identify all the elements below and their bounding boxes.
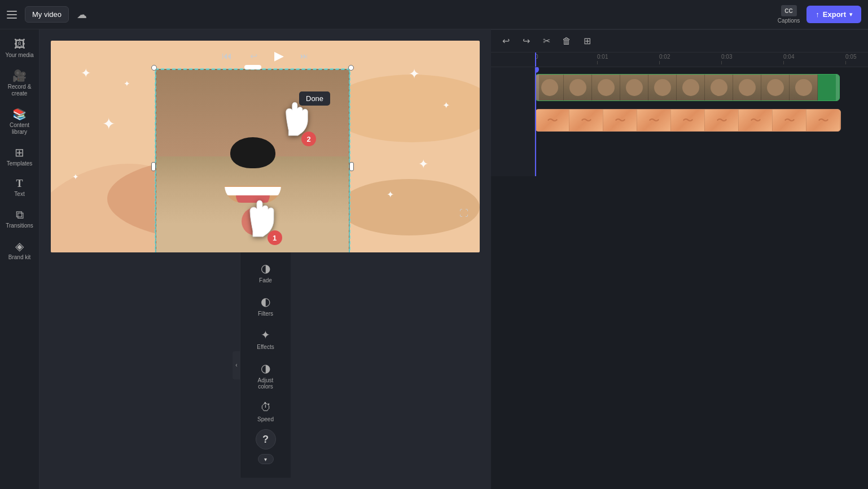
export-chevron-icon: ▾ — [849, 11, 852, 18]
track-frame — [677, 75, 705, 101]
track-frame — [620, 75, 648, 101]
sidebar-item-templates[interactable]: ⊞ Templates — [3, 142, 37, 172]
bg-wave-4 — [339, 179, 480, 235]
play-button[interactable]: ▶ — [272, 46, 286, 66]
timeline-toolbar: ↩ ↪ ✂ 🗑 ⊞ 00:00.00 / 00:05.00 − + ⤢ — [491, 30, 868, 53]
collapse-right-panel-button[interactable]: ‹ — [233, 351, 240, 379]
transitions-icon: ⧉ — [16, 209, 24, 220]
ruler-mark-4: 0:04 — [783, 54, 845, 64]
dog-tongue — [236, 195, 270, 203]
overlay-segment: 〜 — [773, 110, 806, 131]
sidebar-item-content-library[interactable]: 📚 Contentlibrary — [3, 104, 37, 140]
ruler-mark-5: 0:05 — [845, 54, 868, 64]
sidebar-item-text[interactable]: T Text — [3, 174, 37, 202]
overlay-segment: 〜 — [671, 110, 705, 131]
video-canvas-area: 16:9 ✦ ✦ ✦ ✦ ✦ ✦ — [40, 29, 491, 489]
timeline-tracks-label — [491, 67, 535, 176]
video-canvas[interactable]: ✦ ✦ ✦ ✦ ✦ ✦ ✦ ✦ — [51, 41, 480, 252]
export-upload-icon: ↑ — [816, 10, 819, 19]
overlay-track[interactable]: 〜 〜 〜 〜 〜 〜 〜 〜 〜 — [535, 109, 841, 132]
undo-button[interactable]: ↩ — [498, 33, 514, 49]
overlay-segment: 〜 — [705, 110, 739, 131]
speed-icon: ⏱ — [260, 401, 271, 414]
sparkle-icon: ✦ — [442, 100, 450, 111]
effects-icon: ✦ — [261, 328, 270, 342]
timeline-ruler: 0 0:01 0:02 0:03 0:04 — [491, 53, 868, 67]
chevron-down-button[interactable]: ▾ — [258, 454, 274, 464]
fullscreen-button[interactable]: ⛶ — [459, 208, 468, 219]
fade-icon: ◑ — [261, 261, 270, 275]
playhead-line — [535, 67, 536, 176]
left-sidebar: 🖼 Your media 🎥 Record &create 📚 Contentl… — [0, 29, 40, 489]
right-panel-item-speed[interactable]: ⏱ Speed — [244, 396, 287, 427]
help-button[interactable]: ? — [256, 429, 276, 449]
editor-area: 16:9 ✦ ✦ ✦ ✦ ✦ ✦ — [40, 29, 868, 489]
your-media-icon: 🖼 — [14, 38, 25, 50]
captions-icon: CC — [781, 5, 797, 16]
track-frame — [733, 75, 761, 101]
track-frame — [648, 75, 677, 101]
overlay-segment: 〜 — [536, 110, 569, 131]
ruler-mark-2: 0:02 — [659, 54, 721, 64]
track-frame — [536, 75, 564, 101]
right-panel-item-adjust-colors[interactable]: ◑ Adjustcolors — [244, 357, 287, 394]
skip-back-button[interactable]: ⏮ — [218, 47, 236, 65]
dog-teeth — [225, 187, 281, 195]
skip-forward-button[interactable]: ⏭ — [295, 47, 313, 65]
duplicate-button[interactable]: ⊞ — [579, 33, 595, 49]
hamburger-menu-icon[interactable] — [7, 8, 19, 21]
track-frame — [705, 75, 733, 101]
right-panel: ‹ ◑ Fade ◐ Filters ✦ Effects ◑ Adjustcol… — [240, 252, 291, 478]
text-icon: T — [16, 178, 23, 189]
sparkle-icon: ✦ — [102, 115, 115, 133]
overlay-segment: 〜 — [569, 110, 603, 131]
cloud-save-icon[interactable]: ☁ — [74, 6, 89, 23]
redo-button[interactable]: ↪ — [518, 33, 534, 49]
content-library-icon: 📚 — [12, 108, 27, 120]
dog-video-clip[interactable] — [155, 69, 350, 252]
handle-middle-right[interactable] — [349, 162, 354, 171]
topbar: My video ☁ CC Captions ↑ Export ▾ — [0, 0, 868, 29]
sparkle-icon: ✦ — [418, 157, 428, 172]
dog-image — [156, 70, 349, 252]
video-title-button[interactable]: My video — [25, 6, 69, 23]
ruler-mark-0: 0 — [535, 54, 597, 64]
captions-button[interactable]: CC Captions — [778, 5, 800, 24]
overlay-segment: 〜 — [637, 110, 671, 131]
dog-mouth — [225, 186, 281, 203]
center-right: 16:9 ✦ ✦ ✦ ✦ ✦ ✦ — [40, 29, 868, 489]
video-track-row — [535, 72, 868, 103]
timeline-content: 〜 〜 〜 〜 〜 〜 〜 〜 〜 — [491, 67, 868, 176]
overlay-pattern: 〜 〜 〜 〜 〜 〜 〜 〜 〜 — [536, 110, 840, 131]
canvas-wrapper: ✦ ✦ ✦ ✦ ✦ ✦ ✦ ✦ — [51, 41, 480, 252]
overlay-segment: 〜 — [739, 110, 773, 131]
main-area: 🖼 Your media 🎥 Record &create 📚 Contentl… — [0, 29, 868, 489]
right-panel-item-fade[interactable]: ◑ Fade — [244, 257, 287, 288]
sidebar-item-record-create[interactable]: 🎥 Record &create — [3, 66, 37, 102]
adjust-colors-icon: ◑ — [261, 361, 270, 375]
dog-nose — [230, 137, 275, 168]
track-right-handle[interactable] — [836, 75, 839, 101]
right-panel-item-effects[interactable]: ✦ Effects — [244, 324, 287, 355]
track-frame — [592, 75, 620, 101]
timeline-tracks: 〜 〜 〜 〜 〜 〜 〜 〜 〜 — [535, 67, 868, 176]
overlay-segment: 〜 — [603, 110, 637, 131]
export-button[interactable]: ↑ Export ▾ — [806, 6, 861, 23]
sidebar-item-your-media[interactable]: 🖼 Your media — [3, 34, 37, 63]
track-frame — [564, 75, 592, 101]
overlay-track-row: 〜 〜 〜 〜 〜 〜 〜 〜 〜 — [535, 104, 868, 136]
cut-button[interactable]: ✂ — [538, 33, 554, 49]
track-frame — [790, 75, 818, 101]
video-track[interactable] — [535, 74, 840, 101]
sidebar-item-brand-kit[interactable]: ◈ Brand kit — [3, 236, 37, 265]
rewind-button[interactable]: ↩ — [245, 47, 263, 65]
sparkle-icon: ✦ — [124, 79, 130, 88]
filters-icon: ◐ — [261, 295, 270, 308]
record-create-icon: 🎥 — [12, 70, 27, 81]
ruler-mark-3: 0:03 — [721, 54, 783, 64]
topbar-right: CC Captions ↑ Export ▾ — [778, 5, 861, 24]
sidebar-item-transitions[interactable]: ⧉ Transitions — [3, 204, 37, 234]
right-panel-item-filters[interactable]: ◐ Filters — [244, 290, 287, 321]
delete-button[interactable]: 🗑 — [559, 33, 575, 49]
sparkle-icon: ✦ — [81, 66, 91, 81]
